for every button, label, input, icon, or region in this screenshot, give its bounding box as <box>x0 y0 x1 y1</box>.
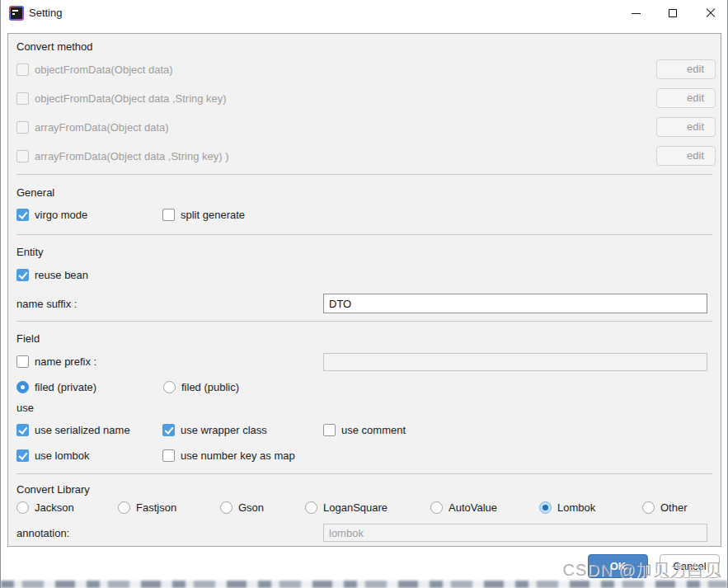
label-use-wrapper-class: use wrapper class <box>181 424 267 436</box>
window-title: Setting <box>29 7 62 19</box>
label-use: use <box>16 402 34 414</box>
checkbox-objectFromData-key[interactable] <box>16 92 29 105</box>
label-split-generate: split generate <box>181 209 245 221</box>
titlebar: Setting <box>1 0 727 26</box>
label-jackson: Jackson <box>35 501 74 514</box>
section-title-field: Field <box>16 332 40 345</box>
checkbox-use-comment[interactable] <box>323 424 336 436</box>
label-objectFromData: objectFromData(Object data) <box>35 64 173 76</box>
label-use-number-key-as-map: use number key as map <box>181 449 295 462</box>
checkbox-use-lombok[interactable] <box>16 449 29 462</box>
label-autovalue: AutoValue <box>449 501 497 514</box>
checkbox-arrayFromData[interactable] <box>16 121 29 134</box>
maximize-button[interactable] <box>659 1 687 26</box>
name-prefix-input[interactable] <box>323 353 707 371</box>
edit-button-3[interactable]: edit <box>656 117 716 137</box>
checkbox-virgo-mode[interactable] <box>16 209 29 221</box>
label-arrayFromData-key: arrayFromData(Object data ,String key) ) <box>35 150 229 162</box>
checkbox-reuse-bean[interactable] <box>16 269 29 281</box>
section-title-general: General <box>16 186 54 199</box>
label-other: Other <box>660 501 688 514</box>
label-use-serialized-name: use serialized name <box>35 424 130 436</box>
close-icon <box>706 8 716 18</box>
label-use-comment: use comment <box>341 424 406 436</box>
checkbox-split-generate[interactable] <box>162 209 175 221</box>
separator <box>16 473 712 474</box>
checkbox-objectFromData[interactable] <box>16 64 29 76</box>
section-title-entity: Entity <box>16 246 44 258</box>
close-button[interactable] <box>697 1 725 26</box>
checkbox-arrayFromData-key[interactable] <box>16 150 29 162</box>
app-icon <box>9 6 24 21</box>
cancel-button[interactable]: Cancel <box>660 554 720 578</box>
settings-panel: Convert method objectFromData(Object dat… <box>7 33 721 547</box>
radio-lombok[interactable] <box>539 501 552 514</box>
radio-filed-public[interactable] <box>163 381 176 393</box>
label-arrayFromData: arrayFromData(Object data) <box>35 121 169 134</box>
radio-filed-private[interactable] <box>16 381 29 393</box>
radio-autovalue[interactable] <box>430 501 443 514</box>
label-use-lombok: use lombok <box>35 449 89 462</box>
checkbox-name-prefix[interactable] <box>16 355 29 368</box>
label-logansquare: LoganSquare <box>323 501 387 514</box>
label-filed-public: filed (public) <box>181 381 239 393</box>
checkbox-use-serialized-name[interactable] <box>16 424 29 436</box>
label-fastjson: Fastjson <box>136 501 176 514</box>
minimize-button[interactable] <box>622 1 650 26</box>
minimize-icon <box>632 13 641 14</box>
separator <box>16 321 712 322</box>
label-virgo-mode: virgo mode <box>35 209 87 221</box>
section-title-convert-method: Convert method <box>16 40 93 53</box>
separator <box>16 174 712 175</box>
label-name-suffix: name suffix : <box>16 298 77 310</box>
maximize-icon <box>669 9 677 17</box>
checkbox-use-wrapper-class[interactable] <box>162 424 175 436</box>
label-annotation: annotation: <box>16 527 69 539</box>
ok-button[interactable]: OK <box>588 554 648 578</box>
label-objectFromData-key: objectFromData(Object data ,String key) <box>35 92 227 105</box>
edit-button-4[interactable]: edit <box>656 146 716 166</box>
radio-logansquare[interactable] <box>305 501 317 514</box>
radio-other[interactable] <box>642 501 655 514</box>
edit-button-2[interactable]: edit <box>656 88 716 108</box>
checkbox-use-number-key-as-map[interactable] <box>162 449 175 462</box>
label-name-prefix: name prefix : <box>35 355 96 368</box>
radio-fastjson[interactable] <box>118 501 130 514</box>
name-suffix-input[interactable] <box>323 294 707 313</box>
edit-button-1[interactable]: edit <box>656 59 716 79</box>
radio-jackson[interactable] <box>16 501 29 514</box>
label-reuse-bean: reuse bean <box>35 269 88 281</box>
annotation-input[interactable] <box>323 524 707 542</box>
blurred-background-strip <box>1 581 727 588</box>
label-lombok: Lombok <box>557 501 595 514</box>
label-filed-private: filed (private) <box>35 381 96 393</box>
separator <box>16 234 712 235</box>
section-title-convert-library: Convert Library <box>16 483 90 496</box>
radio-gson[interactable] <box>220 501 232 514</box>
label-gson: Gson <box>238 501 264 514</box>
